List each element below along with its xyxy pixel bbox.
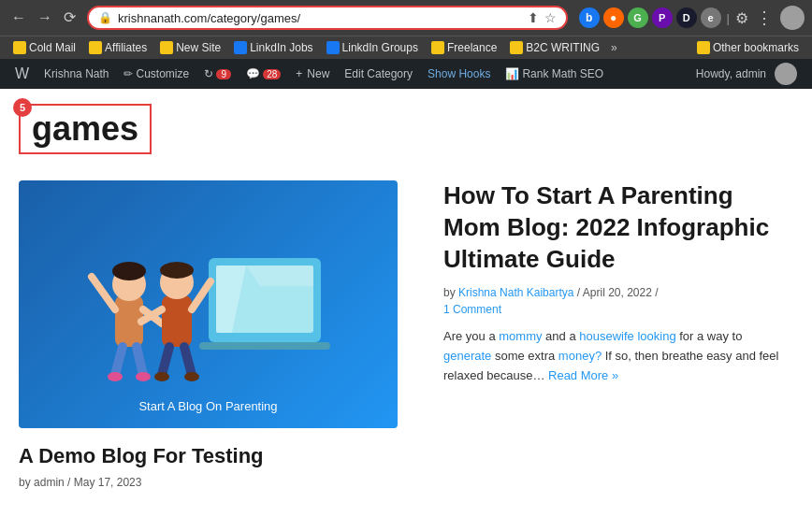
extension-b-icon[interactable]: b bbox=[579, 7, 600, 28]
new-label: New bbox=[307, 67, 329, 80]
bookmark-label-linkedin-groups: LinkdIn Groups bbox=[342, 41, 418, 54]
featured-image-caption: Start A Blog On Parenting bbox=[138, 399, 277, 413]
bookmark-new-site[interactable]: New Site bbox=[154, 39, 226, 56]
extension-e-icon[interactable]: e bbox=[701, 7, 721, 28]
comments-badge: 28 bbox=[263, 69, 281, 79]
comments-icon: 💬 bbox=[246, 67, 260, 80]
highlight-housewife: housewife bbox=[579, 329, 634, 343]
updates-icon: ↻ bbox=[204, 67, 213, 80]
svg-point-21 bbox=[154, 372, 169, 381]
bookmark-icon-other bbox=[697, 41, 710, 54]
address-bar-container: 🔒 ⬆ ☆ bbox=[87, 6, 568, 30]
customize-button[interactable]: ✏ Customize bbox=[116, 59, 196, 89]
svg-point-16 bbox=[160, 262, 194, 279]
browser-chrome: ← → ⟳ 🔒 ⬆ ☆ b ● G P D e | ⚙ ⋮ bbox=[0, 0, 812, 36]
svg-line-20 bbox=[184, 347, 192, 375]
lock-icon: 🔒 bbox=[98, 11, 112, 24]
extension-p-icon[interactable]: P bbox=[652, 7, 673, 28]
browser-icons: b ● G P D e | ⚙ ⋮ bbox=[579, 6, 805, 30]
howdy-text: Howdy, admin bbox=[696, 67, 766, 80]
featured-post-author[interactable]: admin bbox=[34, 476, 65, 489]
show-hooks-button[interactable]: Show Hooks bbox=[420, 59, 498, 89]
illustration-svg bbox=[59, 202, 358, 389]
svg-rect-14 bbox=[162, 295, 192, 347]
article-excerpt: Are you a mommy and a housewife looking … bbox=[443, 327, 793, 385]
comments-button[interactable]: 💬 28 bbox=[239, 59, 288, 89]
page-title: games bbox=[32, 109, 138, 149]
wp-admin-right: Howdy, admin bbox=[689, 59, 805, 89]
more-bookmarks-button[interactable]: » bbox=[607, 39, 621, 56]
left-column: Start A Blog On Parenting A Demo Blog Fo… bbox=[19, 180, 421, 489]
page-header: 5 games bbox=[0, 89, 812, 162]
bookmark-label-other: Other bookmarks bbox=[713, 41, 799, 54]
article-comment-link[interactable]: 1 Comment bbox=[443, 303, 793, 316]
share-button[interactable]: ⬆ bbox=[528, 10, 539, 25]
bookmark-label-linkedin-jobs: LinkdIn Jobs bbox=[250, 41, 312, 54]
admin-avatar bbox=[775, 63, 797, 85]
rank-math-icon: 📊 bbox=[505, 67, 519, 80]
featured-post-title[interactable]: A Demo Blog For Testing bbox=[19, 443, 421, 470]
bookmark-affiliates[interactable]: Affiliates bbox=[83, 39, 152, 56]
menu-dots-icon[interactable]: ⋮ bbox=[756, 7, 773, 28]
bookmark-icon-cold-mail bbox=[13, 41, 26, 54]
highlight-generate: generate bbox=[443, 349, 491, 363]
page-title-box: 5 games bbox=[19, 104, 152, 154]
edit-category-button[interactable]: Edit Category bbox=[337, 59, 420, 89]
wp-logo-icon: W bbox=[15, 65, 29, 82]
featured-post-sep: / bbox=[67, 476, 74, 489]
wp-admin-bar: W Krishna Nath ✏ Customize ↻ 9 💬 28 + Ne… bbox=[0, 59, 812, 89]
site-name-button[interactable]: Krishna Nath bbox=[36, 59, 116, 89]
bookmark-linkedin-groups[interactable]: LinkdIn Groups bbox=[321, 39, 424, 56]
extension-g-icon[interactable]: G bbox=[628, 7, 648, 28]
edit-category-label: Edit Category bbox=[344, 67, 413, 80]
profile-avatar[interactable] bbox=[780, 6, 805, 30]
bookmark-cold-mail[interactable]: Cold Mail bbox=[7, 39, 81, 56]
bookmark-icon-linkedin-groups bbox=[326, 41, 340, 54]
bookmark-label-new-site: New Site bbox=[176, 41, 221, 54]
rank-math-button[interactable]: 📊 Rank Math SEO bbox=[498, 59, 611, 89]
customize-label: Customize bbox=[136, 67, 189, 80]
bookmark-freelance[interactable]: Freelance bbox=[426, 39, 502, 56]
bookmark-label-cold-mail: Cold Mail bbox=[29, 41, 76, 54]
extensions-puzzle-icon[interactable]: ⚙ bbox=[735, 9, 748, 27]
svg-point-7 bbox=[112, 262, 146, 280]
main-content: Start A Blog On Parenting A Demo Blog Fo… bbox=[0, 162, 812, 508]
star-button[interactable]: ☆ bbox=[544, 10, 557, 25]
extension-d-icon[interactable]: D bbox=[676, 7, 697, 28]
read-more-link[interactable]: Read More » bbox=[548, 368, 618, 382]
svg-line-8 bbox=[92, 277, 115, 309]
extension-o-icon[interactable]: ● bbox=[603, 7, 624, 28]
forward-button[interactable]: → bbox=[34, 8, 56, 27]
highlight-mommy: mommy bbox=[499, 329, 542, 343]
bookmark-label-freelance: Freelance bbox=[447, 41, 497, 54]
bookmark-label-b2c: B2C WRITING bbox=[526, 41, 600, 54]
article-title[interactable]: How To Start A Parenting Mom Blog: 2022 … bbox=[443, 180, 793, 275]
bookmarks-right: Other bookmarks bbox=[691, 39, 805, 56]
site-name-label: Krishna Nath bbox=[44, 67, 109, 80]
article-slash2: / bbox=[655, 286, 658, 299]
bookmark-other[interactable]: Other bookmarks bbox=[691, 39, 805, 56]
bookmark-icon-b2c bbox=[510, 41, 523, 54]
featured-post-date: May 17, 2023 bbox=[74, 476, 142, 489]
svg-point-13 bbox=[136, 372, 151, 381]
wp-logo-button[interactable]: W bbox=[7, 59, 36, 89]
featured-post-meta: by admin / May 17, 2023 bbox=[19, 476, 421, 489]
rank-math-label: Rank Math SEO bbox=[522, 67, 603, 80]
article-date: April 20, 2022 bbox=[583, 286, 652, 299]
svg-point-12 bbox=[108, 372, 123, 381]
svg-line-19 bbox=[162, 347, 169, 375]
highlight-looking: looking bbox=[637, 329, 675, 343]
article-author[interactable]: Krishna Nath Kaibartya bbox=[458, 286, 573, 299]
address-input[interactable] bbox=[118, 11, 522, 25]
bookmark-linkedin-jobs[interactable]: LinkdIn Jobs bbox=[228, 39, 318, 56]
back-button[interactable]: ← bbox=[7, 8, 30, 27]
howdy-admin-button[interactable]: Howdy, admin bbox=[689, 59, 805, 89]
bookmark-b2c-writing[interactable]: B2C WRITING bbox=[504, 39, 605, 56]
new-post-button[interactable]: + New bbox=[288, 59, 337, 89]
article-by: by bbox=[443, 286, 456, 299]
page-content: 5 games bbox=[0, 89, 812, 508]
updates-badge: 9 bbox=[216, 69, 231, 79]
refresh-button[interactable]: ⟳ bbox=[60, 8, 80, 27]
updates-button[interactable]: ↻ 9 bbox=[196, 59, 239, 89]
featured-post-by: by bbox=[19, 476, 31, 489]
